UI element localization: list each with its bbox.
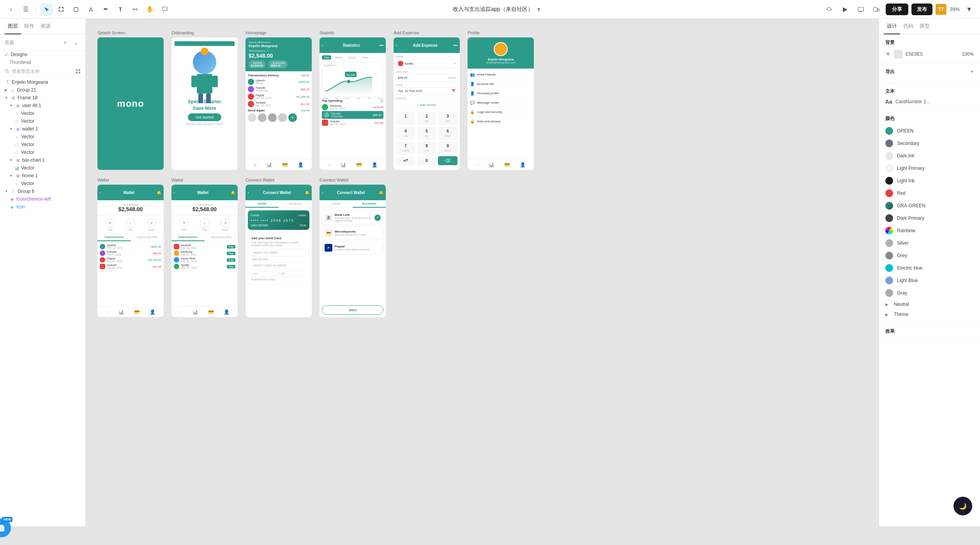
layer-enjelin[interactable]: T Enjelin Morgeana — [0, 78, 85, 86]
zoom-dropdown[interactable]: ▼ — [963, 3, 975, 16]
devices-button[interactable] — [870, 3, 883, 16]
frame-statistic[interactable]: Statistic ‹ Statistics ••• Day Week — [320, 30, 386, 170]
frame-profile-preview[interactable]: Enjelin Morgeana enjelin@morgeana.com 👥 … — [468, 37, 534, 170]
frame-splash-preview[interactable]: mono — [97, 37, 164, 170]
shape-tool[interactable] — [85, 3, 97, 16]
tab-design[interactable]: 设计 — [884, 19, 900, 34]
layer-thumbnail[interactable]: Thumbnail — [0, 58, 85, 66]
tab-prototype[interactable]: 原型 — [916, 19, 933, 34]
frame-homepage-preview[interactable]: Good afternoon, Enjelin Morgeana Total B… — [245, 37, 312, 170]
pen-tool[interactable]: ✒ — [99, 3, 112, 16]
colors-title: 颜色 — [885, 115, 974, 122]
layer-vector5[interactable]: □ Vector — [0, 148, 85, 156]
color-name-neutral: Neutral — [894, 302, 909, 307]
eye-icon[interactable]: 👁 — [885, 51, 891, 57]
frame-homepage[interactable]: Homepage Good afternoon, Enjelin Morgean… — [245, 30, 312, 170]
color-row-rainbow[interactable]: Rainbow — [885, 226, 974, 236]
share-screen-button[interactable] — [855, 3, 867, 16]
frame-onboarding-preview[interactable]: Spend Smarter Save More Get Started Alre… — [171, 37, 238, 170]
dropdown-arrow[interactable]: ▼ — [536, 6, 542, 12]
frame-wallet2[interactable]: Wallet ‹ Wallet 🔔 Total Balance $2,548.0… — [171, 178, 238, 317]
expand-button[interactable]: ⌄ — [71, 38, 81, 47]
layer-designs[interactable]: ✓ Designs — [0, 51, 85, 58]
frame-connectwallet2[interactable]: Connect Wallet ‹ Connect Wallet 🔔 Cards … — [320, 178, 386, 317]
search-input[interactable] — [12, 69, 73, 74]
layer-vector3[interactable]: ○ Vector — [0, 133, 85, 141]
color-row-lightblue[interactable]: Light Blue — [885, 275, 974, 286]
color-row-neutral[interactable]: ▶ Neutral — [885, 300, 974, 308]
back-button[interactable]: ‹ — [5, 3, 17, 16]
color-row-green[interactable]: GREEN — [885, 126, 974, 136]
layer-group21-label: Group 21 — [17, 87, 36, 93]
tab-assets[interactable]: 资源 — [37, 19, 54, 34]
frame-connectwallet1[interactable]: Connect Wallet ‹ Connect Wallet 🔔 Cards … — [245, 178, 312, 317]
comment-tool[interactable] — [159, 3, 171, 16]
frame-addexpense[interactable]: Add Expense ‹ Add Expense ••• NAME Ne — [394, 30, 460, 170]
layer-vector7[interactable]: ⌂ Vector — [0, 180, 85, 187]
tab-components[interactable]: 组件 — [21, 19, 37, 34]
vector-icon: ○ — [14, 111, 19, 116]
next-button[interactable]: Next — [322, 305, 383, 315]
fab-new-button[interactable]: 📄 NEW — [0, 519, 11, 537]
connect-tool[interactable] — [129, 3, 141, 16]
layer-iconchevron[interactable]: ◈ Icon/chevron-left — [0, 195, 85, 203]
frame-addexpense-preview[interactable]: ‹ Add Expense ••• NAME Netflix ▾ AMOUNT — [394, 37, 460, 170]
layer-group21[interactable]: ▶ □ Group 21 — [0, 86, 85, 94]
add-page-button[interactable]: + — [60, 38, 70, 47]
color-row-red[interactable]: Red — [885, 188, 974, 198]
frame-tool[interactable] — [55, 3, 67, 16]
export-title: 导出 — [885, 69, 895, 75]
svg-rect-13 — [874, 7, 877, 11]
frame-connectwallet1-preview[interactable]: ‹ Connect Wallet 🔔 Cards Accounts Cardsm… — [245, 185, 312, 317]
frame-wallet1[interactable]: Wallet ‹ Wallet 🔔 Total Balance $2,548.0… — [97, 178, 164, 317]
color-row-lightink[interactable]: Light Ink — [885, 176, 974, 186]
frame-wallet1-preview[interactable]: ‹ Wallet 🔔 Total Balance $2,548.00 + Add — [97, 185, 164, 317]
frame-profile[interactable]: Profile Enjelin Morgeana enjelin@morgean… — [468, 30, 534, 170]
layer-icon[interactable]: ◈ Icon — [0, 203, 85, 211]
frame-onboarding[interactable]: Onboarding — [171, 30, 238, 170]
share-button[interactable]: 分享 — [886, 4, 908, 15]
play-button[interactable]: ▶ — [839, 3, 851, 16]
color-row-grey[interactable]: Grey — [885, 250, 974, 261]
color-row-theme[interactable]: ▶ Theme — [885, 310, 974, 318]
frame-statistic-preview[interactable]: ‹ Statistics ••• Day Week Month Year — [320, 37, 386, 170]
layer-group6[interactable]: ▼ □ Group 6 — [0, 187, 85, 195]
tab-layers[interactable]: 图层 — [5, 19, 21, 34]
text-tool[interactable]: T — [114, 3, 127, 16]
tab-code[interactable]: 代码 — [900, 19, 916, 34]
frame-connectwallet2-preview[interactable]: ‹ Connect Wallet 🔔 Cards Accounts 🏦 — [320, 185, 386, 317]
fab-main-button[interactable]: 🌙 — [954, 497, 972, 515]
crop-tool[interactable] — [70, 3, 82, 16]
layer-home1[interactable]: ▼ ⊞ home 1 — [0, 172, 85, 180]
color-row-darkprimary[interactable]: Dark Primary — [885, 213, 974, 223]
export-add-icon[interactable]: + — [970, 68, 974, 75]
layer-vector1[interactable]: ○ Vector — [0, 109, 85, 117]
menu-button[interactable]: ☰ — [19, 3, 32, 16]
layer-vector4[interactable]: □ Vector — [0, 141, 85, 148]
hand-tool[interactable]: ✋ — [144, 3, 156, 16]
color-row-gragreen[interactable]: GRA-GREEN — [885, 201, 974, 211]
layer-wallet1[interactable]: ▼ ⊞ wallet 1 — [0, 125, 85, 133]
publish-button[interactable]: 发布 — [911, 4, 932, 15]
frame-wallet2-preview[interactable]: ‹ Wallet 🔔 Total Balance $2,548.00 + Add — [171, 185, 238, 317]
color-row-lightprimary[interactable]: Light Primary — [885, 163, 974, 173]
color-name-darkink: Dark Ink — [897, 153, 915, 159]
color-row-secondary[interactable]: Secondary — [885, 138, 974, 148]
layer-barchart1[interactable]: ▼ ⊞ bar-chart 1 — [0, 156, 85, 164]
bg-color-swatch[interactable] — [894, 50, 902, 58]
t-badge[interactable]: T7 — [936, 4, 946, 15]
color-dot-rainbow — [885, 227, 893, 235]
color-row-darkink[interactable]: Dark Ink — [885, 151, 974, 161]
color-row-silver[interactable]: Silver — [885, 238, 974, 248]
color-row-gray[interactable]: Gray — [885, 288, 974, 298]
layer-frame18[interactable]: ▼ ⊞ Frame 18 — [0, 94, 85, 102]
color-row-electricblue[interactable]: Electric blue — [885, 263, 974, 273]
cloud-button[interactable] — [823, 3, 836, 16]
frame-splash[interactable]: Splash Screen mono — [97, 30, 164, 170]
frame-onboarding-label: Onboarding — [171, 30, 238, 35]
layer-userfill1[interactable]: ▼ ⊞ user-fill 1 — [0, 102, 85, 109]
canvas-area[interactable]: Splash Screen mono Onboarding — [86, 19, 879, 526]
layer-vector6[interactable]: 📊 Vector — [0, 164, 85, 172]
select-tool[interactable] — [40, 3, 53, 16]
layer-vector2[interactable]: □ Vector — [0, 117, 85, 125]
